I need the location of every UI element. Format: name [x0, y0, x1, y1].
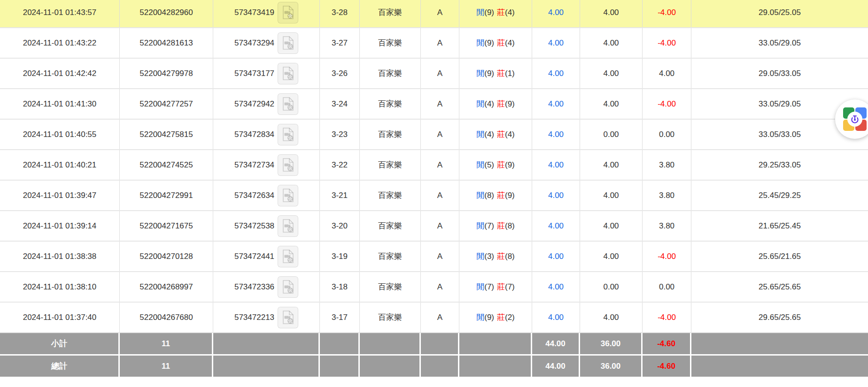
player-result: 閒(4) — [476, 129, 494, 140]
summary-count-cell: 11 — [120, 356, 213, 377]
win-loss-cell: 4.00 — [643, 59, 691, 88]
video-replay-button[interactable] — [278, 185, 298, 206]
banker-label: 莊 — [497, 252, 505, 261]
bet-id-cell: 522004270128 — [120, 242, 213, 271]
valid-amount: 4.00 — [603, 221, 619, 231]
table-code-cell: A — [421, 303, 459, 332]
bet-amount-link[interactable]: 4.00 — [548, 38, 564, 48]
bet-id-cell: 522004267680 — [120, 303, 213, 332]
banker-score: (8) — [505, 221, 515, 230]
round-number: 3-28 — [332, 8, 348, 17]
balance-value: 29.05/25.05 — [759, 8, 801, 17]
video-file-icon — [282, 280, 294, 294]
win-loss-cell: 3.80 — [643, 150, 691, 180]
video-replay-button[interactable] — [278, 63, 298, 84]
video-replay-button[interactable] — [278, 215, 298, 237]
video-replay-button[interactable] — [278, 124, 298, 145]
table-row[interactable]: 2024-11-01 01:38:38522004270128573472441… — [0, 242, 868, 272]
banker-label: 莊 — [497, 191, 505, 200]
bet-time: 2024-11-01 01:38:38 — [23, 252, 97, 261]
table-row[interactable]: 2024-11-01 01:37:40522004267680573472213… — [0, 303, 868, 333]
bet-id: 522004281613 — [140, 38, 193, 48]
table-row[interactable]: 2024-11-01 01:42:42522004279978573473177… — [0, 59, 868, 89]
table-code-cell: A — [421, 59, 459, 88]
table-row[interactable]: 2024-11-01 01:40:21522004274525573472734… — [0, 150, 868, 181]
win-loss-cell: 3.80 — [643, 181, 691, 210]
table-code: A — [437, 8, 442, 17]
table-row[interactable]: 2024-11-01 01:41:30522004277257573472942… — [0, 89, 868, 120]
bet-amount-cell: 4.00 — [532, 0, 580, 27]
valid-amount: 0.00 — [603, 130, 619, 139]
video-replay-button[interactable] — [278, 276, 298, 298]
round-id: 573472834 — [234, 130, 274, 139]
player-result: 閒(4) — [476, 99, 494, 109]
video-file-icon — [282, 310, 294, 325]
win-loss-cell: -4.00 — [643, 242, 691, 271]
round-number: 3-27 — [332, 38, 348, 48]
video-replay-button[interactable] — [278, 2, 298, 23]
bet-amount-link[interactable]: 4.00 — [548, 160, 564, 170]
summary-valid-total-cell: 36.00 — [580, 356, 643, 377]
summary-label: 小計 — [51, 338, 67, 349]
summary-winloss-total-cell: -4.60 — [643, 333, 691, 354]
table-code-cell: A — [421, 211, 459, 241]
video-replay-button[interactable] — [278, 93, 298, 115]
player-result: 閒(3) — [476, 251, 494, 262]
bet-amount-link[interactable]: 4.00 — [548, 221, 564, 231]
table-row[interactable]: 2024-11-01 01:40:55522004275815573472834… — [0, 120, 868, 150]
table-row[interactable]: 2024-11-01 01:43:57522004282960573473419… — [0, 0, 868, 28]
balance-cell: 29.65/25.65 — [691, 303, 868, 332]
table-code: A — [437, 221, 442, 231]
video-replay-button[interactable] — [278, 307, 298, 328]
round-number: 3-24 — [332, 99, 348, 109]
table-row[interactable]: 2024-11-01 01:39:47522004272991573472634… — [0, 181, 868, 211]
banker-result: 莊(9) — [497, 159, 515, 170]
video-replay-button[interactable] — [278, 154, 298, 176]
bet-amount-link[interactable]: 4.00 — [548, 282, 564, 292]
summary-count: 11 — [162, 339, 170, 349]
player-label: 閒 — [476, 221, 484, 230]
game-name: 百家樂 — [378, 190, 402, 201]
bet-amount-link[interactable]: 4.00 — [548, 130, 564, 139]
player-score: (4) — [484, 99, 494, 108]
bet-amount-link[interactable]: 4.00 — [548, 191, 564, 200]
valid-amount-cell: 4.00 — [580, 242, 643, 271]
player-label: 閒 — [476, 252, 484, 261]
valid-amount-cell: 4.00 — [580, 211, 643, 241]
bet-amount-cell: 4.00 — [532, 120, 580, 149]
bet-time: 2024-11-01 01:40:55 — [23, 130, 97, 139]
game-name: 百家樂 — [378, 281, 402, 292]
bet-time-cell: 2024-11-01 01:42:42 — [0, 59, 120, 88]
video-file-icon — [282, 188, 294, 203]
game-name: 百家樂 — [378, 38, 402, 48]
bet-amount-link[interactable]: 4.00 — [548, 313, 564, 322]
bet-amount-link[interactable]: 4.00 — [548, 8, 564, 17]
bet-amount-link[interactable]: 4.00 — [548, 99, 564, 109]
video-replay-button[interactable] — [278, 32, 298, 54]
bet-amount-link[interactable]: 4.00 — [548, 252, 564, 261]
table-row[interactable]: 2024-11-01 01:38:10522004268997573472336… — [0, 272, 868, 303]
table-row[interactable]: 2024-11-01 01:39:14522004271675573472538… — [0, 211, 868, 242]
balance-cell: 25.45/29.25 — [691, 181, 868, 210]
valid-amount: 4.00 — [603, 252, 619, 261]
balance-value: 29.65/25.65 — [759, 313, 801, 322]
game-name-cell: 百家樂 — [360, 211, 421, 241]
player-result: 閒(9) — [476, 312, 494, 323]
bet-id-cell: 522004279978 — [120, 59, 213, 88]
table-code-cell: A — [421, 120, 459, 149]
game-name: 百家樂 — [378, 68, 402, 79]
round-number-cell: 3-21 — [320, 181, 360, 210]
valid-amount-cell: 0.00 — [580, 120, 643, 149]
round-number-cell: 3-18 — [320, 272, 360, 302]
bet-amount-link[interactable]: 4.00 — [548, 69, 564, 78]
summary-empty-cell — [691, 356, 868, 377]
round-id-cell: 573473177 — [213, 59, 320, 88]
video-replay-button[interactable] — [278, 246, 298, 267]
round-number-cell: 3-22 — [320, 150, 360, 180]
banker-score: (4) — [505, 38, 515, 47]
game-result-cell: 閒(5)莊(9) — [459, 150, 532, 180]
table-row[interactable]: 2024-11-01 01:43:22522004281613573473294… — [0, 28, 868, 59]
game-name-cell: 百家樂 — [360, 272, 421, 302]
banker-score: (9) — [505, 191, 515, 200]
summary-empty-cell — [320, 356, 360, 377]
